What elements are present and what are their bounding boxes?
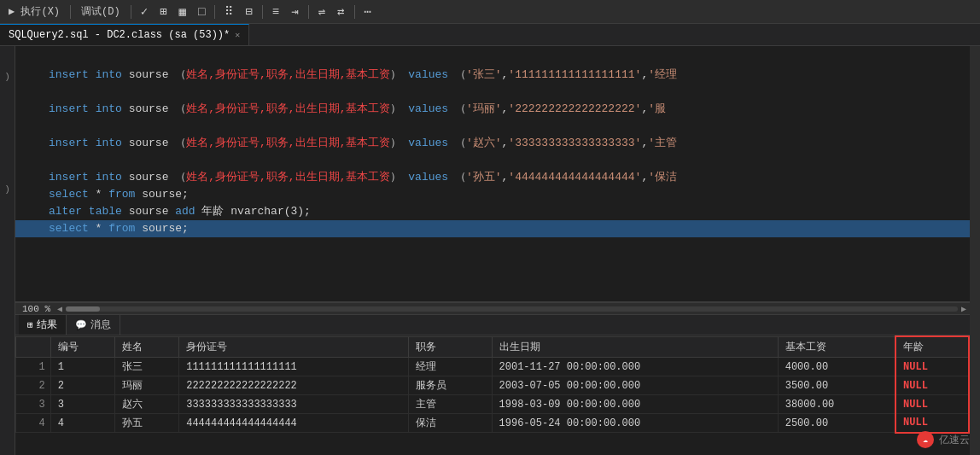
code-line: select * from sourse;	[15, 186, 970, 203]
left-gutter: ) )	[0, 46, 15, 455]
scroll-right-icon[interactable]: ▶	[961, 304, 966, 314]
code-line	[15, 118, 970, 135]
cell-age: NULL	[895, 395, 969, 414]
check-icon[interactable]: ✓	[138, 3, 150, 20]
format-icon[interactable]: ⇄	[335, 3, 347, 20]
sep4	[262, 5, 263, 19]
results-icon: ⊞	[27, 319, 33, 330]
cell-name: 赵六	[114, 395, 178, 414]
code-line-selected: select * from sourse;	[15, 220, 970, 237]
horizontal-scrollbar[interactable]	[66, 306, 958, 312]
bottom-panel: 100 % ◀ ▶ ⊞ 结果 💬 消息	[15, 301, 970, 455]
cell-id: 2	[50, 376, 114, 395]
tab-messages[interactable]: 💬 消息	[67, 315, 120, 335]
more-icon[interactable]: ⋯	[362, 3, 374, 20]
watermark-label: 亿速云	[939, 433, 970, 447]
messages-icon: 💬	[75, 319, 87, 330]
col-birth: 出生日期	[492, 336, 778, 358]
results-table-container[interactable]: 编号 姓名 身份证号 职务 出生日期 基本工资 年龄 1 1	[15, 335, 970, 455]
results-table: 编号 姓名 身份证号 职务 出生日期 基本工资 年龄 1 1	[15, 335, 970, 434]
zoom-label: 100 %	[19, 304, 54, 314]
toolbar: ▶ 执行(X) 调试(D) ✓ ⊞ ▦ □ ⠿ ⊟ ≡ ⇥ ⇌ ⇄ ⋯	[0, 0, 980, 24]
table-row: 4 4 孙五 444444444444444444 保洁 1996-05-24 …	[16, 414, 970, 433]
table-row: 3 3 赵六 333333333333333333 主管 1998-03-09 …	[16, 395, 970, 414]
code-line: insert into sourse （姓名,身份证号,职务,出生日期,基本工资…	[15, 101, 970, 118]
code-line	[15, 152, 970, 169]
table-icon[interactable]: ▦	[177, 3, 189, 20]
code-line: insert into sourse （姓名,身份证号,职务,出生日期,基本工资…	[15, 169, 970, 186]
col-salary: 基本工资	[778, 336, 895, 358]
code-line	[15, 237, 970, 254]
dots-icon[interactable]: ⠿	[222, 3, 236, 20]
cell-salary: 2500.00	[778, 414, 895, 433]
cell-name: 玛丽	[114, 376, 178, 395]
code-line	[15, 84, 970, 101]
cell-job: 经理	[409, 358, 492, 376]
watermark: ☁ 亿速云	[917, 431, 970, 448]
bars-icon[interactable]: ≡	[270, 3, 282, 20]
cell-id: 3	[50, 395, 114, 414]
toolbar-debug[interactable]: 调试(D)	[78, 3, 124, 20]
square-icon[interactable]: □	[195, 3, 207, 20]
cell-birth: 2003-07-05 00:00:00.000	[492, 376, 778, 395]
cell-age: NULL	[895, 376, 969, 395]
indent-icon[interactable]: ⇥	[289, 3, 300, 20]
messages-tab-label: 消息	[90, 318, 111, 332]
cell-birth: 2001-11-27 00:00:00.000	[492, 358, 778, 376]
gutter-item2: )	[0, 184, 15, 195]
cell-job: 主管	[409, 395, 492, 414]
gutter-item: )	[0, 72, 15, 82]
sep1	[70, 5, 71, 19]
col-job: 职务	[409, 336, 492, 358]
col-idnum: 身份证号	[179, 336, 409, 358]
sep3	[214, 5, 215, 19]
code-line	[15, 50, 970, 67]
cell-idnum: 222222222222222222	[179, 376, 409, 395]
toolbar-run[interactable]: ▶ 执行(X)	[5, 3, 63, 20]
cell-name: 张三	[114, 358, 178, 376]
scroll-left-icon[interactable]: ◀	[57, 304, 62, 314]
cell-rownum: 4	[16, 414, 51, 433]
main-container: ) ) insert into sourse （姓名,身份证号,职务,出生日期,…	[0, 46, 980, 455]
col-age: 年龄	[895, 336, 969, 358]
cell-job: 服务员	[409, 376, 492, 395]
sep5	[308, 5, 309, 19]
cell-id: 1	[50, 358, 114, 376]
cell-idnum: 111111111111111111	[179, 358, 409, 376]
code-line	[15, 254, 970, 271]
table-row: 2 2 玛丽 222222222222222222 服务员 2003-07-05…	[16, 376, 970, 395]
cell-rownum: 3	[16, 395, 51, 414]
tab-close-icon[interactable]: ✕	[235, 30, 240, 40]
col-name: 姓名	[114, 336, 178, 358]
code-line	[15, 271, 970, 289]
scrollbar-row: 100 % ◀ ▶	[15, 303, 970, 315]
grid-icon[interactable]: ⊞	[157, 3, 169, 20]
align-icon[interactable]: ⇌	[316, 3, 328, 20]
code-line: alter table sourse add 年龄 nvarchar(3);	[15, 203, 970, 220]
cell-idnum: 333333333333333333	[179, 395, 409, 414]
tab-sqlquery2[interactable]: SQLQuery2.sql - DC2.class (sa (53))* ✕	[0, 24, 249, 45]
vertical-scrollbar[interactable]	[970, 46, 980, 455]
code-editor[interactable]: insert into sourse （姓名,身份证号,职务,出生日期,基本工资…	[15, 46, 970, 301]
table-row: 1 1 张三 111111111111111111 经理 2001-11-27 …	[16, 358, 970, 376]
sep2	[131, 5, 131, 19]
table-header-row: 编号 姓名 身份证号 职务 出生日期 基本工资 年龄	[16, 336, 970, 358]
result-tabs: ⊞ 结果 💬 消息	[15, 315, 970, 335]
grid2-icon[interactable]: ⊟	[242, 3, 254, 20]
watermark-icon: ☁	[917, 431, 934, 448]
scrollbar-thumb	[66, 306, 100, 312]
cell-salary: 3500.00	[778, 376, 895, 395]
cell-salary: 4000.00	[778, 358, 895, 376]
cell-id: 4	[50, 414, 114, 433]
col-rownum	[16, 336, 51, 358]
results-tab-label: 结果	[37, 318, 57, 332]
code-line: insert into sourse （姓名,身份证号,职务,出生日期,基本工资…	[15, 135, 970, 152]
cell-idnum: 444444444444444444	[179, 414, 409, 433]
cell-birth: 1996-05-24 00:00:00.000	[492, 414, 778, 433]
tab-results[interactable]: ⊞ 结果	[19, 315, 67, 335]
cell-name: 孙五	[114, 414, 178, 433]
sep6	[354, 5, 355, 19]
cell-job: 保洁	[409, 414, 492, 433]
editor-area: insert into sourse （姓名,身份证号,职务,出生日期,基本工资…	[15, 46, 970, 455]
cell-birth: 1998-03-09 00:00:00.000	[492, 395, 778, 414]
